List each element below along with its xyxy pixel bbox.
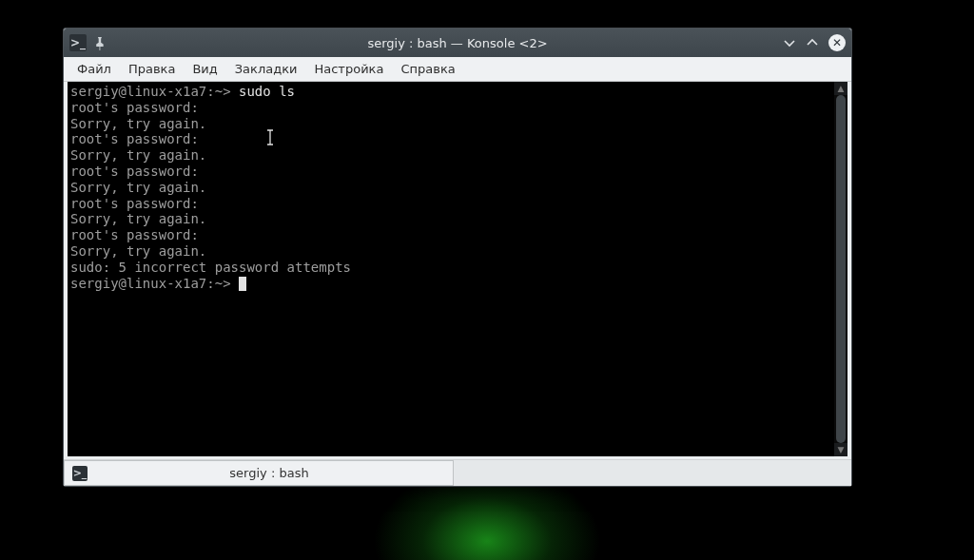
scroll-track[interactable] [834, 95, 847, 443]
close-button[interactable]: ✕ [828, 34, 846, 51]
titlebar[interactable]: >_ sergiy : bash — Konsole <2> ✕ [64, 29, 851, 57]
menu-help[interactable]: Справка [393, 60, 462, 78]
scrollbar[interactable]: ▲ ▼ [834, 82, 847, 456]
app-icon: >_ [69, 34, 87, 51]
menu-settings[interactable]: Настройка [306, 60, 391, 78]
menubar: Файл Правка Вид Закладки Настройка Справ… [64, 57, 851, 82]
tab-app-icon: >_ [72, 466, 88, 481]
titlebar-controls: ✕ [783, 34, 846, 51]
terminal-container: sergiy@linux-x1a7:~> sudo ls root's pass… [64, 82, 851, 459]
titlebar-left: >_ [69, 34, 107, 51]
scroll-thumb[interactable] [836, 95, 846, 443]
maximize-button[interactable] [806, 36, 819, 49]
konsole-window: >_ sergiy : bash — Konsole <2> ✕ Файл Пр… [63, 28, 852, 487]
menu-file[interactable]: Файл [69, 60, 119, 78]
menu-edit[interactable]: Правка [121, 60, 183, 78]
minimize-button[interactable] [783, 36, 796, 49]
menu-view[interactable]: Вид [185, 60, 224, 78]
tab-session[interactable]: >_ sergiy : bash [64, 460, 454, 486]
tab-label: sergiy : bash [97, 466, 441, 480]
terminal[interactable]: sergiy@linux-x1a7:~> sudo ls root's pass… [68, 82, 834, 456]
pin-icon[interactable] [90, 32, 111, 53]
menu-bookmarks[interactable]: Закладки [227, 60, 305, 78]
tabbar: >_ sergiy : bash [64, 459, 851, 486]
scroll-up-button[interactable]: ▲ [834, 82, 847, 95]
scroll-down-button[interactable]: ▼ [834, 443, 847, 456]
terminal-area: sergiy@linux-x1a7:~> sudo ls root's pass… [68, 82, 847, 456]
window-title: sergiy : bash — Konsole <2> [64, 36, 851, 50]
